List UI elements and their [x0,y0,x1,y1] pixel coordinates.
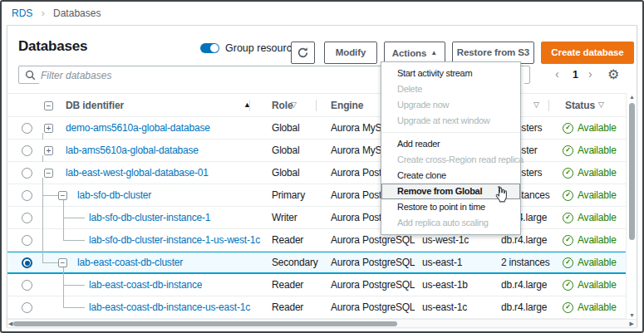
status-cell: Available [578,117,617,139]
db-identifier-link[interactable]: lab-east-coast-db-cluster [77,252,183,273]
radio-button[interactable] [22,302,32,313]
modify-button[interactable]: Modify [324,42,377,64]
db-identifier-link[interactable]: lab-sfo-db-cluster [77,184,151,206]
role-cell: Reader [272,296,303,318]
scroll-right-icon[interactable]: ▶ [630,320,634,327]
refresh-button[interactable] [291,42,315,64]
table-row[interactable]: lab-east-coast-db-instanceReaderAurora P… [7,274,626,296]
cursor-hand-icon [492,185,508,206]
tree-line [42,155,43,162]
collapse-row-icon[interactable]: − [58,258,67,267]
horizontal-scrollbar[interactable]: ◀ ▶ [7,319,637,327]
menu-item[interactable]: Start activity stream [381,66,520,81]
db-identifier-link[interactable]: lab-sfo-db-cluster-instance-1 [89,207,210,228]
vertical-scrollbar-thumb[interactable] [629,103,635,240]
db-identifier-link[interactable]: lab-sfo-db-cluster-instance-1-us-west-1c [89,229,260,251]
table-row[interactable]: lab-sfo-db-cluster-instance-1WriterAuror… [7,207,626,229]
tree-line [42,195,58,196]
vertical-scrollbar[interactable]: ▲ ▼ [626,93,637,319]
refresh-icon [297,47,309,59]
status-cell: Available [578,140,617,161]
caret-up-icon: ▲ [430,49,437,56]
tree-line [63,229,64,241]
table-row[interactable]: +lab-ams5610a-global-databaseGlobalAuror… [7,140,626,162]
tree-line [63,218,85,218]
radio-button[interactable] [22,145,32,156]
menu-item[interactable]: Create clone [381,168,520,184]
collapse-row-icon[interactable]: − [58,191,67,200]
scroll-down-icon[interactable]: ▼ [629,312,635,318]
size-cell: 2 instances [501,252,550,273]
column-header-db-identifier[interactable]: DB identifier [66,100,124,111]
actions-button[interactable]: Actions▲ [384,42,445,64]
horizontal-scrollbar-thumb[interactable] [13,321,397,326]
create-database-button[interactable]: Create database [541,42,634,64]
table-row[interactable]: lab-east-coast-db-instance-us-east-1cRea… [7,296,626,319]
preferences-gear-icon[interactable]: ⚙ [607,66,619,82]
role-sort-icon[interactable]: ▽ [291,100,297,109]
status-available-icon: ✓ [563,302,573,313]
status-cell: Available [578,296,617,318]
table-row[interactable]: −lab-east-coast-db-clusterSecondaryAuror… [7,252,626,274]
tree-line [42,207,43,229]
db-identifier-link[interactable]: lab-east-coast-db-instance-us-east-1c [89,296,250,318]
db-identifier-link[interactable]: lab-ams5610a-global-database [66,140,199,161]
radio-button[interactable] [22,280,32,291]
status-available-icon: ✓ [563,123,573,134]
menu-item[interactable]: Add reader [381,136,520,152]
menu-item: Add replica auto scaling [381,215,520,231]
status-cell: Available [578,184,617,206]
db-identifier-link[interactable]: demo-ams5610a-global-database [66,117,210,139]
tree-line [42,178,43,184]
radio-button[interactable] [22,190,32,201]
breadcrumb: RDS › Databases [12,7,101,19]
tree-line [63,267,64,274]
status-available-icon: ✓ [563,280,573,291]
status-cell: Available [578,207,617,228]
status-available-icon: ✓ [563,190,573,201]
table-row[interactable]: −lab-east-west-global-database-01GlobalA… [7,162,626,184]
region-cell: us-east-1 [422,252,462,273]
status-available-icon: ✓ [563,145,573,156]
status-cell: Available [578,229,617,251]
table-row[interactable]: lab-sfo-db-cluster-instance-1-us-west-1c… [7,229,626,252]
column-header-status[interactable]: Status [565,100,595,111]
radio-button[interactable] [22,213,32,223]
role-cell: Global [272,162,300,184]
radio-button[interactable] [22,123,32,134]
scroll-up-icon[interactable]: ▲ [629,94,635,100]
status-available-icon: ✓ [563,235,573,246]
expand-row-icon[interactable]: + [44,124,53,133]
radio-button[interactable] [22,257,32,268]
pagination-current-page[interactable]: 1 [573,69,578,81]
column-header-engine[interactable]: Engine [331,100,363,111]
collapse-row-icon[interactable]: − [44,169,53,178]
collapse-all-checkbox[interactable]: − [44,101,53,110]
breadcrumb-current: Databases [53,7,101,19]
restore-from-s3-button[interactable]: Restore from S3 [452,42,534,64]
expand-row-icon[interactable]: + [44,146,53,155]
region-cell: us-east-1c [422,296,467,318]
actions-menu: Start activity streamDeleteUpgrade nowUp… [381,61,521,235]
pagination-previous-icon[interactable]: ‹ [555,67,559,81]
status-sort-icon[interactable]: ▽ [598,100,604,109]
tree-line [63,307,85,308]
pagination-next-icon[interactable]: › [588,67,592,81]
tree-line [42,133,43,140]
breadcrumb-rds-link[interactable]: RDS [12,7,32,19]
db-identifier-link[interactable]: lab-east-coast-db-instance [89,274,202,296]
scroll-left-icon[interactable]: ◀ [8,320,12,327]
status-available-icon: ✓ [563,168,573,179]
size-cell: db.r4.large [501,274,547,296]
table-row[interactable]: −lab-sfo-db-clusterPrimaryAurora Postgre… [7,184,626,207]
radio-button[interactable] [22,235,32,246]
radio-button[interactable] [22,168,32,179]
group-resources-toggle[interactable] [200,43,219,53]
column-header-role[interactable]: Role [272,100,293,111]
db-identifier-link[interactable]: lab-east-west-global-database-01 [66,162,209,184]
role-cell: Reader [272,229,303,251]
size-sort-icon[interactable]: ▽ [533,100,539,109]
page-title: Databases [18,38,87,55]
breadcrumb-chevron-icon: › [42,7,45,19]
table-row[interactable]: +demo-ams5610a-global-databaseGlobalAuro… [7,117,626,140]
